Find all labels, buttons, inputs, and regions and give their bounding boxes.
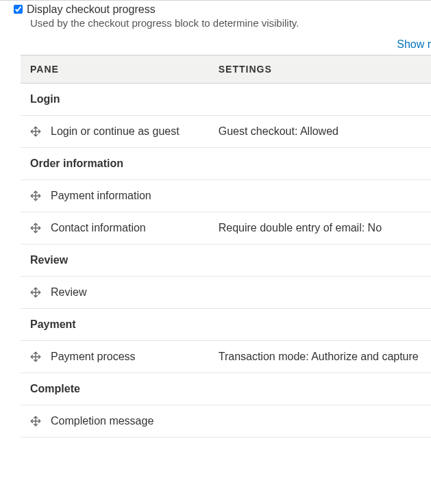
group-title: Review bbox=[21, 244, 431, 277]
show-row-weights-link[interactable]: Show r bbox=[397, 38, 431, 50]
pane-settings: Require double entry of email: No bbox=[209, 212, 431, 244]
move-icon[interactable] bbox=[30, 126, 41, 137]
pane-settings bbox=[209, 405, 431, 438]
group-title: Payment bbox=[21, 309, 431, 341]
group-row: Complete bbox=[21, 373, 431, 405]
group-row: Payment bbox=[21, 309, 431, 341]
group-title: Order information bbox=[21, 148, 431, 180]
group-title: Login bbox=[21, 84, 431, 116]
display-progress-description: Used by the checkout progress block to d… bbox=[0, 16, 431, 38]
pane-settings bbox=[209, 277, 431, 309]
pane-label: Contact information bbox=[51, 222, 146, 234]
group-row: Review bbox=[21, 244, 431, 277]
panes-table: PANE SETTINGS Login Login or continue as… bbox=[21, 55, 431, 438]
group-row: Order information bbox=[21, 148, 431, 180]
move-icon[interactable] bbox=[30, 351, 41, 362]
table-toolbar: Show r bbox=[0, 38, 431, 55]
display-progress-checkbox[interactable] bbox=[14, 5, 23, 14]
display-progress-label[interactable]: Display checkout progress bbox=[27, 3, 156, 16]
group-row: Login bbox=[21, 84, 431, 116]
pane-row: Contact informationRequire double entry … bbox=[21, 212, 431, 244]
pane-row: Login or continue as guestGuest checkout… bbox=[21, 116, 431, 148]
pane-label: Payment information bbox=[51, 190, 151, 202]
move-icon[interactable] bbox=[30, 190, 41, 201]
pane-label: Completion message bbox=[51, 415, 153, 427]
pane-label: Payment process bbox=[51, 351, 136, 363]
pane-label: Login or continue as guest bbox=[51, 125, 180, 138]
move-icon[interactable] bbox=[30, 287, 41, 298]
column-header-pane: PANE bbox=[21, 55, 209, 84]
pane-settings: Guest checkout: Allowed bbox=[209, 116, 431, 148]
pane-row: Completion message bbox=[21, 405, 431, 438]
pane-settings bbox=[209, 180, 431, 212]
move-icon[interactable] bbox=[30, 223, 41, 234]
move-icon[interactable] bbox=[30, 416, 41, 427]
group-title: Complete bbox=[21, 373, 431, 405]
pane-label: Review bbox=[51, 286, 86, 299]
column-header-settings: SETTINGS bbox=[209, 55, 431, 84]
pane-settings: Transaction mode: Authorize and capture bbox=[209, 341, 431, 373]
pane-row: Review bbox=[21, 277, 431, 309]
pane-row: Payment processTransaction mode: Authori… bbox=[21, 341, 431, 373]
display-progress-field: Display checkout progress bbox=[0, 0, 431, 16]
pane-row: Payment information bbox=[21, 180, 431, 212]
